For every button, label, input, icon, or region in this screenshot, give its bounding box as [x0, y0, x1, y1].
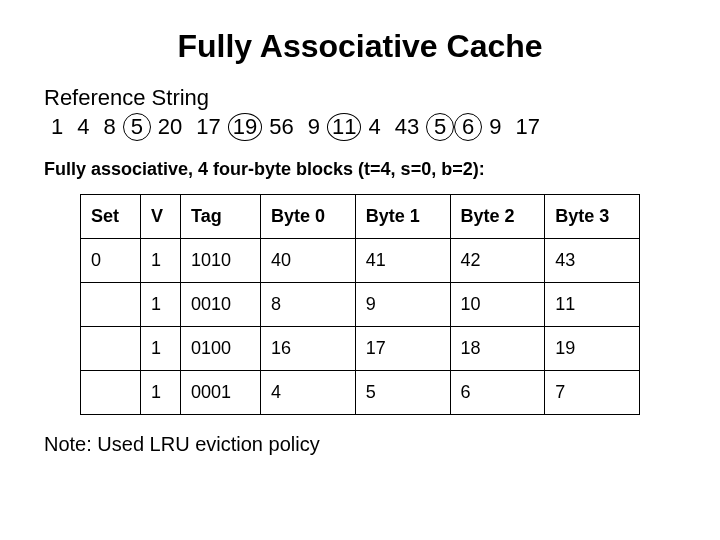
cell-v: 1 — [141, 283, 181, 327]
reference-value: 8 — [97, 113, 123, 141]
reference-value: 9 — [301, 113, 327, 141]
cache-table: Set V Tag Byte 0 Byte 1 Byte 2 Byte 3 01… — [80, 194, 640, 415]
table-row: 01101040414243 — [81, 239, 640, 283]
cell-b0: 16 — [261, 327, 356, 371]
cell-v: 1 — [141, 239, 181, 283]
header-byte2: Byte 2 — [450, 195, 545, 239]
reference-value: 4 — [70, 113, 96, 141]
header-set: Set — [81, 195, 141, 239]
cell-b1: 41 — [355, 239, 450, 283]
reference-value: 20 — [151, 113, 189, 141]
cell-set — [81, 371, 141, 415]
eviction-note: Note: Used LRU eviction policy — [44, 433, 680, 456]
page-title: Fully Associative Cache — [40, 28, 680, 65]
cache-config-caption: Fully associative, 4 four-byte blocks (t… — [44, 159, 680, 180]
cell-set — [81, 327, 141, 371]
reference-value: 17 — [508, 113, 546, 141]
reference-value: 6 — [454, 113, 482, 141]
cell-v: 1 — [141, 371, 181, 415]
cell-b3: 7 — [545, 371, 640, 415]
reference-value: 19 — [228, 113, 262, 141]
cell-b0: 40 — [261, 239, 356, 283]
cell-b0: 8 — [261, 283, 356, 327]
cell-b3: 43 — [545, 239, 640, 283]
reference-value: 43 — [388, 113, 426, 141]
header-byte3: Byte 3 — [545, 195, 640, 239]
table-row: 100014567 — [81, 371, 640, 415]
cell-b1: 17 — [355, 327, 450, 371]
reference-string-block: Reference String 14852017195691144356917 — [44, 85, 680, 141]
cell-b2: 10 — [450, 283, 545, 327]
cell-tag: 1010 — [181, 239, 261, 283]
reference-value: 11 — [327, 113, 361, 141]
table-row: 1010016171819 — [81, 327, 640, 371]
reference-value: 56 — [262, 113, 300, 141]
table-row: 10010891011 — [81, 283, 640, 327]
cell-b3: 19 — [545, 327, 640, 371]
cell-b2: 42 — [450, 239, 545, 283]
reference-value: 9 — [482, 113, 508, 141]
header-byte1: Byte 1 — [355, 195, 450, 239]
header-tag: Tag — [181, 195, 261, 239]
reference-value: 17 — [189, 113, 227, 141]
table-header-row: Set V Tag Byte 0 Byte 1 Byte 2 Byte 3 — [81, 195, 640, 239]
reference-value: 5 — [426, 113, 454, 141]
cell-b2: 6 — [450, 371, 545, 415]
cell-b3: 11 — [545, 283, 640, 327]
cell-b2: 18 — [450, 327, 545, 371]
header-v: V — [141, 195, 181, 239]
cell-b1: 9 — [355, 283, 450, 327]
cell-set — [81, 283, 141, 327]
reference-value: 4 — [361, 113, 387, 141]
reference-value: 1 — [44, 113, 70, 141]
cell-tag: 0010 — [181, 283, 261, 327]
cell-tag: 0100 — [181, 327, 261, 371]
cell-b1: 5 — [355, 371, 450, 415]
reference-value: 5 — [123, 113, 151, 141]
header-byte0: Byte 0 — [261, 195, 356, 239]
cell-set: 0 — [81, 239, 141, 283]
reference-string-label: Reference String — [44, 85, 680, 111]
reference-string-values: 14852017195691144356917 — [44, 113, 680, 141]
cell-v: 1 — [141, 327, 181, 371]
cell-b0: 4 — [261, 371, 356, 415]
cell-tag: 0001 — [181, 371, 261, 415]
